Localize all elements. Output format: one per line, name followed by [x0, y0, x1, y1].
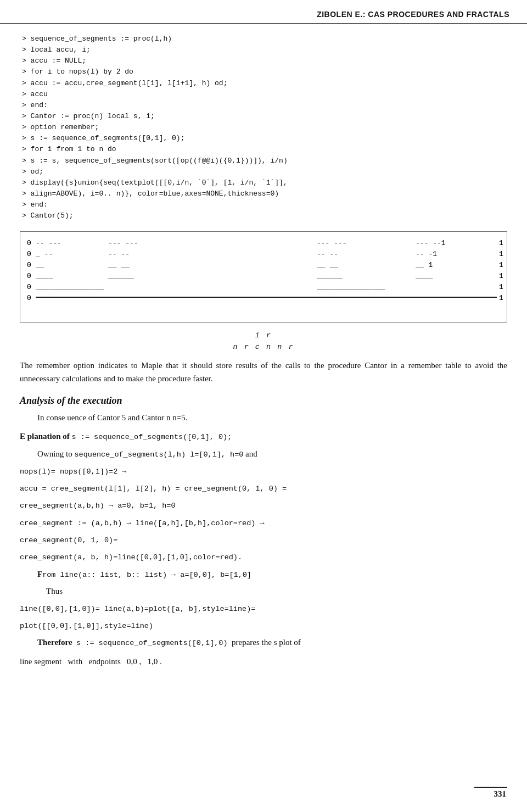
svg-text:1: 1	[499, 294, 503, 302]
line2: plot([[0,0],[1,0]],style=line)	[20, 619, 507, 632]
section-heading: Analysis of the execution	[20, 395, 507, 407]
svg-text:-- -1: -- -1	[416, 250, 437, 258]
nops-line: nops(l)= nops([0,1])=2 →	[20, 464, 507, 478]
line1: line([0,0],[1,0])= line(a,b)=plot([a, b]…	[20, 602, 507, 615]
svg-text:0: 0	[27, 272, 31, 280]
cantor-svg: 0 1 -- --- --- --- --- --- --- --1 0 1 _…	[26, 235, 509, 316]
para-1: In conse uence of Cantor 5 and Cantor n …	[20, 411, 507, 424]
svg-text:0: 0	[27, 283, 31, 291]
therefore-paragraph: Therefore s := sequence_of_segments([0,1…	[20, 636, 507, 649]
svg-text:__ 1: __ 1	[415, 261, 433, 269]
code-block: > sequence_of_segments := proc(l,h) > lo…	[20, 34, 507, 221]
svg-text:________________: ________________	[316, 283, 385, 291]
svg-text:1: 1	[499, 261, 503, 269]
svg-text:______: ______	[316, 272, 343, 280]
page-header: ZIBOLEN E.: CAS PROCEDURES AND FRACTALS	[0, 0, 527, 24]
rom-line: From line(a:: list, b:: list) → a=[0,0],…	[20, 568, 507, 581]
svg-text:1: 1	[499, 250, 503, 258]
svg-text:0: 0	[27, 250, 31, 258]
svg-text:-- --: -- --	[317, 250, 338, 258]
svg-text:0: 0	[27, 261, 31, 269]
svg-text:1: 1	[499, 239, 503, 247]
cree-line-1: cree_segment(a,b,h) → a=0, b=1, h=0	[20, 498, 507, 512]
explanation-code: s := sequence_of_segments([0,1], 0);	[72, 433, 232, 441]
cree-line-4: cree_segment(a, b, h)=line([0,0],[1,0],c…	[20, 550, 507, 564]
svg-text:1: 1	[499, 272, 503, 280]
main-content: > sequence_of_segments := proc(l,h) > lo…	[0, 24, 527, 690]
svg-text:0: 0	[27, 239, 31, 247]
svg-text:0: 0	[27, 294, 31, 302]
cree-line-2: cree_segment := (a,b,h) → line([a,h],[b,…	[20, 516, 507, 530]
svg-text:--- --1: --- --1	[416, 239, 446, 247]
svg-text:_  --: _ --	[35, 250, 53, 258]
svg-text:-- ---: -- ---	[36, 239, 61, 247]
explanation-bold: E planation of	[20, 432, 70, 441]
svg-text:____: ____	[415, 272, 433, 280]
accu-line: accu = cree_segment(l[1], l[2], h) = cre…	[20, 481, 507, 495]
svg-text:1: 1	[499, 283, 503, 291]
svg-text:--- ---: --- ---	[108, 239, 138, 247]
figure-label-top: i r	[20, 331, 507, 340]
svg-text:______: ______	[108, 272, 134, 280]
body-paragraph-1: The remember option indicates to Maple t…	[20, 359, 507, 385]
page-number: 331	[494, 789, 507, 798]
svg-text:__: __	[35, 261, 44, 269]
explanation-line-1: E planation of s := sequence_of_segments…	[20, 430, 507, 443]
cree-line-3: cree_segment(0, 1, 0)=	[20, 533, 507, 547]
last-line: line segment with endpoints 0,0 , 1,0 .	[20, 655, 507, 668]
svg-text:__ __: __ __	[108, 261, 130, 269]
svg-text:____: ____	[35, 272, 53, 280]
svg-text:-- --: -- --	[108, 250, 130, 258]
cantor-diagram: 0 1 -- --- --- --- --- --- --- --1 0 1 _…	[20, 231, 507, 322]
figure-label-bottom: n r c n n r	[20, 343, 507, 351]
thus-label: Thus	[20, 585, 507, 598]
owning-line: Owning to sequence_of_segments(l,h) l=[0…	[20, 447, 507, 461]
page-footer: 331	[474, 787, 507, 799]
svg-text:________________: ________________	[35, 283, 104, 291]
svg-text:__ __: __ __	[316, 261, 338, 269]
svg-text:--- ---: --- ---	[317, 239, 347, 247]
